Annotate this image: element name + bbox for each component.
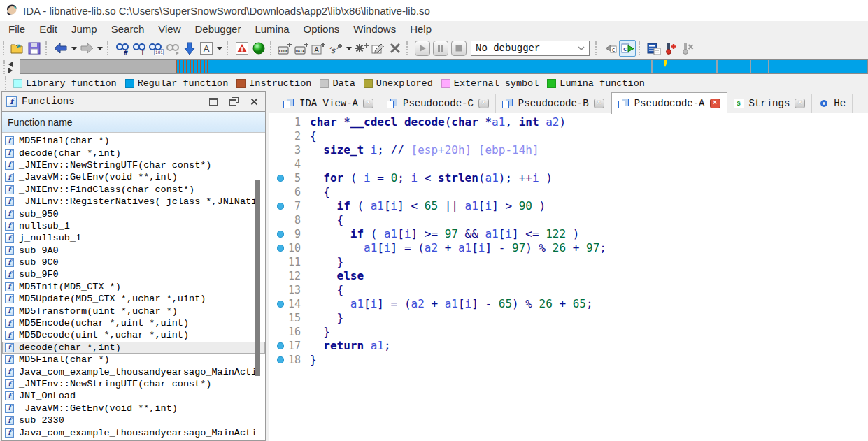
function-item[interactable]: decode(char *,int) xyxy=(2,147,265,159)
menu-debugger[interactable]: Debugger xyxy=(188,21,248,38)
function-item[interactable]: sub_9C0 xyxy=(2,256,265,268)
code-line[interactable]: 9 if ( a1[i] >= 97 && a1[i] <= 122 ) xyxy=(269,227,868,241)
create-code-button[interactable]: CODE xyxy=(277,40,294,57)
navigate-forward-button[interactable] xyxy=(78,40,95,57)
navigate-back-button[interactable] xyxy=(52,40,69,57)
code-line[interactable]: 11 } xyxy=(269,255,868,269)
menu-file[interactable]: File xyxy=(1,21,32,38)
rename-button[interactable]: A xyxy=(311,40,327,57)
function-item[interactable]: MD5Update(MD5_CTX *,uchar *,uint) xyxy=(2,293,265,305)
code-line[interactable]: 14 a1[i] = (a2 + a1[i] - 65) % 26 + 65; xyxy=(269,297,868,311)
delete-breakpoint-button[interactable] xyxy=(679,40,696,57)
debugger-stop-button[interactable] xyxy=(451,41,467,56)
patch-button[interactable] xyxy=(353,40,370,57)
debugger-start-button[interactable] xyxy=(415,41,430,56)
code-line[interactable]: 5 for ( i = 0; i < strlen(a1); ++i ) xyxy=(269,171,868,185)
function-item[interactable]: sub_9F0 xyxy=(2,268,265,280)
tab-strings[interactable]: sStrings× xyxy=(727,94,813,113)
edit-button[interactable] xyxy=(370,40,387,57)
menu-lumina[interactable]: Lumina xyxy=(248,21,296,38)
code-line[interactable]: 15 } xyxy=(269,311,868,325)
menu-view[interactable]: View xyxy=(151,21,187,38)
function-item[interactable]: MD5Final(char *) xyxy=(2,135,265,147)
search-binary-button[interactable]: 101 xyxy=(148,40,164,57)
create-data-button[interactable]: DATA xyxy=(294,40,311,57)
tab-close-icon[interactable]: × xyxy=(363,99,373,108)
navband-drag-handle[interactable] xyxy=(3,60,8,74)
function-item[interactable]: _JavaVM::GetEnv(void **,int) xyxy=(2,171,265,183)
function-item[interactable]: sub_2400 xyxy=(2,439,265,440)
function-item[interactable]: Java_com_example_thousandyearsago_MainAc… xyxy=(2,426,265,438)
tab-close-icon[interactable]: × xyxy=(710,99,720,108)
save-file-button[interactable] xyxy=(26,40,43,57)
function-item[interactable]: _JNIEnv::NewStringUTF(char const*) xyxy=(2,378,265,390)
jump-address-button[interactable] xyxy=(181,40,198,57)
search-again-button[interactable] xyxy=(164,40,181,57)
back-history-dropdown[interactable] xyxy=(69,40,78,57)
tab-pseudocode-a[interactable]: Pseudocode-A× xyxy=(611,92,727,114)
functions-scrollbar-thumb[interactable] xyxy=(255,180,260,376)
function-item[interactable]: MD5Encode(uchar *,uint *,uint) xyxy=(2,317,265,329)
tab-close-icon[interactable]: × xyxy=(795,99,805,108)
search-immediate-button[interactable]: # xyxy=(114,40,131,57)
tab-he[interactable]: He xyxy=(812,94,853,113)
menu-help[interactable]: Help xyxy=(403,21,439,38)
menu-jump[interactable]: Jump xyxy=(64,21,104,38)
menu-search[interactable]: Search xyxy=(104,21,152,38)
navband-right-arrow-icon[interactable] xyxy=(8,68,13,73)
code-line[interactable]: 7 if ( a1[i] < 65 || a1[i] > 90 ) xyxy=(269,199,868,213)
navband-scroll-arrows[interactable] xyxy=(8,61,15,73)
panel-maximize-icon[interactable] xyxy=(208,96,219,106)
function-item[interactable]: sub_2330 xyxy=(2,414,265,426)
menu-options[interactable]: Options xyxy=(297,21,347,38)
tab-pseudocode-b[interactable]: Pseudocode-B× xyxy=(496,94,611,113)
function-item[interactable]: _JavaVM::GetEnv(void **,int) xyxy=(2,403,265,414)
tab-close-icon[interactable]: × xyxy=(594,99,604,108)
ascii-string-button[interactable]: A xyxy=(198,40,215,57)
forward-history-dropdown[interactable] xyxy=(95,40,104,57)
tab-ida-view-a[interactable]: IDA View-A× xyxy=(277,94,380,113)
panel-float-icon[interactable] xyxy=(228,96,239,106)
legend-drag-handle[interactable] xyxy=(5,76,9,90)
function-item[interactable]: decode(char *,int) xyxy=(2,342,265,354)
undefine-button[interactable] xyxy=(387,40,404,57)
create-string-dropdown[interactable] xyxy=(344,40,353,57)
navigation-band[interactable] xyxy=(20,59,868,74)
debugger-selector[interactable]: No debugger xyxy=(471,41,590,56)
produce-c-file-button[interactable]: c xyxy=(602,40,619,57)
search-text-button[interactable]: T xyxy=(131,40,148,57)
add-breakpoint-button[interactable] xyxy=(662,40,679,57)
function-item[interactable]: MD5Init(MD5_CTX *) xyxy=(2,281,265,293)
function-item[interactable]: j_nullsub_1 xyxy=(2,232,265,244)
code-line[interactable]: 3 size_t i; // [esp+20h] [ebp-14h] xyxy=(269,143,868,157)
tab-close-icon[interactable]: × xyxy=(478,99,489,108)
function-item[interactable]: MD5Final(char *) xyxy=(2,354,265,366)
code-line[interactable]: 8 { xyxy=(269,213,868,227)
code-line[interactable]: 17 return a1; xyxy=(269,339,868,353)
code-line[interactable]: 12 else xyxy=(269,269,868,283)
code-line[interactable]: 10 a1[i] = (a2 + a1[i] - 97) % 26 + 97; xyxy=(269,241,868,255)
panel-close-icon[interactable] xyxy=(248,96,259,106)
function-item[interactable]: _JNIEnv::NewStringUTF(char const*) xyxy=(2,159,265,171)
function-item[interactable]: MD5Decode(uint *,uchar *,uint) xyxy=(2,329,265,341)
code-line[interactable]: 1char *__cdecl decode(char *a1, int a2) xyxy=(269,115,868,129)
pseudocode-view[interactable]: 1char *__cdecl decode(char *a1, int a2)2… xyxy=(269,113,868,441)
code-line[interactable]: 2{ xyxy=(269,129,868,143)
tab-pseudocode-c[interactable]: Pseudocode-C× xyxy=(380,94,496,113)
create-string-button[interactable]: ‘s’ xyxy=(327,40,344,57)
code-line[interactable]: 16 } xyxy=(269,325,868,339)
string-style-dropdown[interactable] xyxy=(215,40,224,57)
debugger-pause-button[interactable] xyxy=(433,41,448,56)
problems-button[interactable] xyxy=(234,40,250,57)
code-line[interactable]: 6 { xyxy=(269,185,868,199)
function-item[interactable]: MD5Transform(uint *,uchar *) xyxy=(2,305,265,317)
code-line[interactable]: 4 xyxy=(269,157,868,171)
function-item[interactable]: nullsub_1 xyxy=(2,220,265,232)
function-name-column-header[interactable]: Function name xyxy=(2,112,265,133)
debugger-windows-button[interactable] xyxy=(646,40,662,57)
function-item[interactable]: _JNIEnv::FindClass(char const*) xyxy=(2,184,265,196)
code-line[interactable]: 18} xyxy=(269,353,868,367)
function-item[interactable]: _JNIEnv::RegisterNatives(_jclass *,JNINa… xyxy=(2,196,265,208)
function-item[interactable]: Java_com_example_thousandyearsago_MainAc… xyxy=(2,366,265,377)
lumina-button[interactable] xyxy=(250,40,267,57)
